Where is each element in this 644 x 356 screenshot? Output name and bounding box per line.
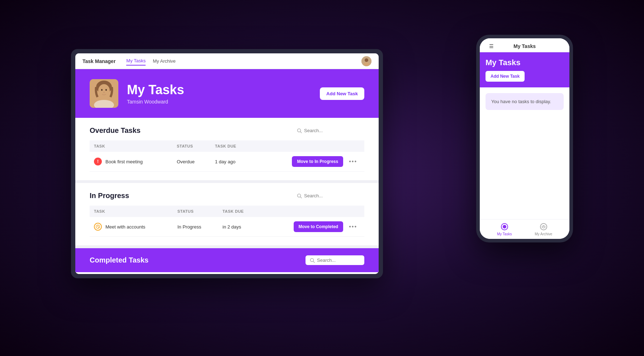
mobile-menu-icon[interactable]: ☰ — [489, 43, 494, 49]
table-row: ! Book first meeting Overdue 1 day ago M… — [90, 152, 364, 172]
svg-rect-6 — [101, 96, 107, 100]
svg-point-9 — [105, 89, 107, 91]
completed-section-title: Completed Tasks — [90, 256, 148, 264]
nav-tab-my-tasks[interactable]: My Tasks — [126, 57, 146, 66]
svg-point-8 — [101, 89, 103, 91]
col-due-2: TASK DUE — [218, 206, 260, 217]
col-actions-2 — [260, 206, 364, 217]
task-status: Overdue — [172, 152, 211, 172]
task-due-2: in 2 days — [218, 217, 260, 237]
desktop-nav-avatar[interactable] — [361, 56, 371, 66]
desktop-device: Task Manager My Tasks My Archive — [71, 49, 383, 278]
in-progress-task-table: TASK STATUS TASK DUE — [90, 206, 364, 237]
archive-nav-icon — [539, 222, 548, 231]
svg-line-17 — [98, 227, 99, 228]
mobile-content: You have no tasks to display. — [480, 87, 569, 219]
add-new-task-button[interactable]: Add New Task — [320, 87, 364, 100]
task-name: Book first meeting — [105, 159, 143, 164]
section-divider-2 — [75, 245, 379, 248]
search-icon-2 — [297, 193, 302, 198]
header-avatar — [90, 79, 118, 108]
mobile-screen: ☰ My Tasks My Tasks Add New Task You hav… — [480, 38, 569, 239]
overdue-icon: ! — [94, 158, 102, 165]
in-progress-table-body: Meet with accounts In Progress in 2 days… — [90, 217, 364, 237]
completed-section: Completed Tasks — [75, 248, 379, 272]
col-due: TASK DUE — [211, 140, 254, 152]
section-divider-1 — [75, 180, 379, 183]
col-task-2: TASK — [90, 206, 173, 217]
mobile-bottom-nav: My Tasks My Archive — [480, 219, 569, 239]
task-name-2: Meet with accounts — [105, 224, 145, 230]
svg-line-19 — [313, 261, 315, 263]
search-icon-3 — [310, 258, 315, 263]
in-progress-table-header: TASK STATUS TASK DUE — [90, 206, 364, 217]
task-actions: Move to In Progress ••• — [254, 152, 364, 172]
task-name-cell-2: Meet with accounts — [90, 217, 173, 237]
mobile-header: My Tasks Add New Task — [480, 52, 569, 87]
table-row: Meet with accounts In Progress in 2 days… — [90, 217, 364, 237]
move-to-completed-button[interactable]: Move to Completed — [294, 221, 344, 232]
svg-line-12 — [300, 131, 302, 133]
svg-line-14 — [300, 197, 302, 198]
svg-point-2 — [364, 62, 369, 66]
move-to-in-progress-button[interactable]: Move to In Progress — [292, 156, 343, 167]
svg-point-10 — [104, 92, 105, 93]
mobile-bottom-item-tasks[interactable]: My Tasks — [497, 222, 512, 236]
archive-nav-label: My Archive — [535, 232, 552, 236]
task-name-cell: ! Book first meeting — [90, 152, 172, 172]
svg-point-1 — [365, 58, 368, 62]
completed-search[interactable] — [306, 255, 364, 265]
scene: Task Manager My Tasks My Archive — [71, 35, 573, 321]
more-options-button[interactable]: ••• — [346, 157, 360, 166]
in-progress-section-header: In Progress — [90, 192, 364, 200]
mobile-add-task-button[interactable]: Add New Task — [486, 71, 525, 82]
nav-tab-my-archive[interactable]: My Archive — [153, 57, 176, 65]
page-header: My Tasks Tamsin Woodward Add New Task — [75, 69, 379, 118]
more-options-button-2[interactable]: ••• — [346, 222, 360, 231]
col-actions — [254, 140, 364, 152]
desktop-content: My Tasks Tamsin Woodward Add New Task Ov… — [75, 69, 379, 274]
task-due: 1 day ago — [211, 152, 254, 172]
header-title: My Tasks — [127, 82, 311, 97]
mobile-bottom-item-archive[interactable]: My Archive — [535, 222, 552, 236]
mobile-nav-title: My Tasks — [513, 43, 536, 49]
desktop-nav: Task Manager My Tasks My Archive — [75, 53, 379, 69]
search-icon — [297, 128, 302, 133]
inprogress-icon — [94, 223, 102, 231]
desktop-brand: Task Manager — [82, 58, 115, 64]
svg-point-21 — [503, 225, 506, 228]
desktop-screen: Task Manager My Tasks My Archive — [75, 53, 379, 274]
overdue-table-header: TASK STATUS TASK DUE — [90, 140, 364, 152]
mobile-nav: ☰ My Tasks — [480, 38, 569, 52]
col-task: TASK — [90, 140, 172, 152]
task-status-2: In Progress — [173, 217, 218, 237]
overdue-table-body: ! Book first meeting Overdue 1 day ago M… — [90, 152, 364, 172]
in-progress-search-input[interactable] — [304, 193, 364, 198]
overdue-section-title: Overdue Tasks — [90, 126, 141, 135]
overdue-search[interactable] — [297, 128, 364, 133]
col-status: STATUS — [172, 140, 211, 152]
mobile-header-title: My Tasks — [486, 58, 564, 67]
overdue-search-input[interactable] — [304, 128, 364, 133]
mobile-empty-message: You have no tasks to display. — [486, 93, 564, 110]
completed-search-input[interactable] — [317, 258, 360, 263]
overdue-section: Overdue Tasks TASK — [75, 118, 379, 180]
col-status-2: STATUS — [173, 206, 218, 217]
in-progress-section: In Progress TASK — [75, 183, 379, 245]
mobile-device: ☰ My Tasks My Tasks Add New Task You hav… — [476, 35, 573, 242]
header-info: My Tasks Tamsin Woodward — [127, 82, 311, 105]
overdue-section-header: Overdue Tasks — [90, 126, 364, 135]
in-progress-search[interactable] — [297, 193, 364, 198]
task-actions-2: Move to Completed ••• — [260, 217, 364, 237]
tasks-nav-label: My Tasks — [497, 232, 512, 236]
tasks-nav-icon — [500, 222, 509, 231]
in-progress-section-title: In Progress — [90, 192, 129, 200]
header-subtitle: Tamsin Woodward — [127, 99, 311, 105]
overdue-task-table: TASK STATUS TASK DUE ! — [90, 140, 364, 172]
